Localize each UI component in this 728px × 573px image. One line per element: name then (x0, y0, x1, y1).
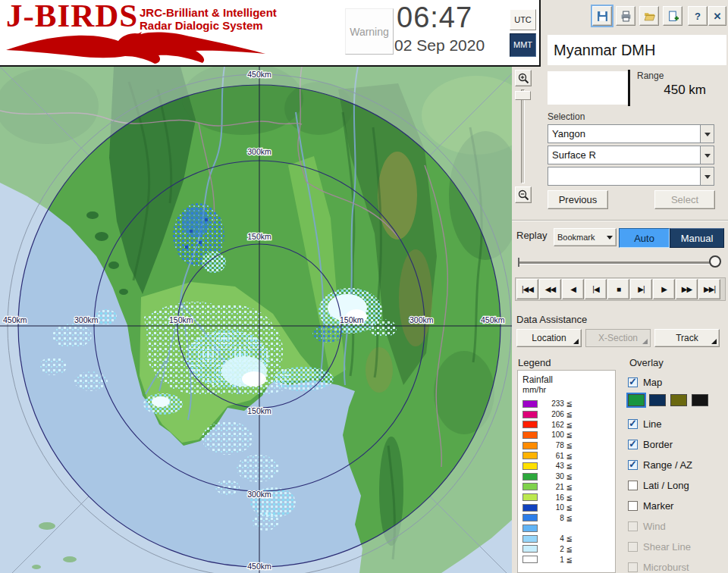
checkbox[interactable] (628, 460, 638, 470)
extra-dropdown[interactable] (548, 167, 714, 186)
ring-label: 150km (340, 315, 364, 324)
legend-row: 2 ≦ (522, 544, 612, 555)
save-button[interactable] (592, 6, 612, 26)
help-icon: ? (695, 11, 701, 22)
ring-label: 450km (481, 315, 505, 324)
step-back-button[interactable]: |◀ (585, 279, 607, 299)
stop-button[interactable]: ■ (607, 279, 629, 299)
play-backward-button[interactable]: ◀ (562, 279, 584, 299)
site-dropdown-value: Yangon (548, 125, 700, 142)
checkbox[interactable] (628, 501, 638, 511)
overlay-item-label: Wind (643, 521, 666, 532)
close-button[interactable]: ✕ (708, 6, 726, 26)
overlay-item-label: Line (643, 418, 662, 430)
overlay-item-microburst[interactable]: Microburst (628, 561, 689, 573)
checkbox[interactable] (628, 481, 638, 490)
map-style-swatch-olive[interactable] (670, 394, 687, 406)
play-forward-button[interactable]: ▶ (653, 279, 675, 299)
map-style-swatch-green[interactable] (628, 394, 645, 406)
x-section-button[interactable]: X-Section (585, 329, 651, 347)
legend-row: 4 ≦ (522, 534, 612, 544)
overlay-item-shear-line[interactable]: Shear Line (628, 540, 691, 553)
zoom-slider[interactable] (521, 89, 525, 183)
replay-slider[interactable] (519, 261, 718, 265)
legend-swatch (522, 462, 538, 470)
replay-slider-thumb[interactable] (709, 255, 721, 268)
clock-time: 06:47 (397, 2, 472, 34)
checkbox[interactable] (628, 542, 638, 552)
warning-button[interactable]: Warning (345, 8, 394, 55)
zoom-out-button[interactable] (515, 186, 532, 203)
legend-row: 61 ≦ (522, 450, 612, 461)
legend-value: 8 ≦ (538, 514, 573, 522)
ring-label: 300km (74, 315, 99, 324)
previous-button[interactable]: Previous (548, 190, 608, 209)
manual-mode-button[interactable]: Manual (670, 228, 724, 248)
chevron-down-icon[interactable] (700, 168, 714, 185)
legend-swatch (522, 442, 538, 449)
legend-swatch (522, 524, 538, 532)
overlay-item-range-az[interactable]: Range / AZ (628, 459, 692, 471)
export-button[interactable] (663, 6, 682, 26)
legend-swatch (522, 411, 538, 418)
track-button[interactable]: Track (654, 329, 720, 347)
map-style-swatch-navy[interactable] (649, 394, 666, 406)
save-icon (597, 11, 608, 22)
chevron-down-icon[interactable] (700, 146, 714, 164)
checkbox[interactable] (628, 521, 638, 531)
legend-swatch (522, 452, 538, 459)
overlay-item-wind[interactable]: Wind (628, 520, 666, 532)
utc-button[interactable]: UTC (510, 9, 536, 30)
overlay-item-border[interactable]: Border (628, 438, 673, 450)
chevron-down-icon[interactable] (700, 125, 714, 142)
overlay-item-map[interactable]: Map (628, 376, 662, 388)
extra-dropdown-value (548, 168, 700, 185)
mmt-button[interactable]: MMT (510, 33, 536, 57)
legend-swatch (522, 431, 538, 439)
zoom-slider-thumb[interactable] (515, 91, 531, 100)
step-forward-button[interactable]: ▶| (630, 279, 652, 299)
ring-label: 450km (247, 562, 271, 571)
range-display-box (548, 71, 628, 105)
zoom-in-button[interactable] (515, 70, 532, 86)
checkbox[interactable] (628, 562, 638, 572)
legend-value: 233 ≦ (538, 399, 573, 408)
open-folder-button[interactable] (639, 6, 659, 26)
help-button[interactable]: ? (688, 6, 708, 26)
rewind-to-start-button[interactable]: |◀◀ (516, 279, 538, 299)
legend-value: 1 ≦ (538, 556, 573, 564)
overlay-item-line[interactable]: Line (628, 418, 662, 430)
ring-label: 300km (247, 147, 271, 156)
bookmark-button[interactable]: Bookmark (554, 228, 617, 246)
checkbox[interactable] (628, 440, 638, 449)
print-button[interactable] (616, 6, 635, 26)
fast-forward-button[interactable]: ▶▶ (676, 279, 698, 299)
range-label: Range (637, 70, 664, 81)
site-dropdown[interactable]: Yangon (548, 124, 714, 143)
ring-label: 300km (410, 315, 434, 324)
auto-mode-button[interactable]: Auto (619, 228, 670, 248)
radar-map-area[interactable]: 450km 300km 150km 150km 300km 450km 450k… (0, 67, 512, 573)
legend-value: 206 ≦ (538, 410, 573, 418)
legend-swatch (522, 514, 538, 521)
location-button[interactable]: Location (516, 329, 582, 347)
overlay-item-marker[interactable]: Marker (628, 499, 673, 512)
fast-rewind-button[interactable]: ◀◀ (539, 279, 561, 299)
selection-label: Selection (548, 111, 585, 122)
forward-to-end-button[interactable]: ▶▶| (698, 279, 720, 299)
overlay-item-lati-long[interactable]: Lati / Long (628, 479, 689, 491)
map-style-swatch-black[interactable] (692, 394, 708, 406)
title-bar: J-BIRDS JRC-Brilliant & Intelligent Rada… (0, 0, 541, 67)
select-button[interactable]: Select (654, 190, 715, 209)
overlay-label: Overlay (629, 357, 664, 368)
radar-map[interactable]: 450km 300km 150km 150km 300km 450km 450k… (0, 67, 512, 573)
legend-swatch (522, 473, 538, 481)
ring-label: 150km (247, 232, 271, 241)
export-icon (667, 11, 679, 22)
legend-row: 8 ≦ (522, 513, 612, 524)
checkbox[interactable] (628, 419, 638, 429)
close-icon: ✕ (714, 11, 722, 22)
product-dropdown[interactable]: Surface R (548, 146, 714, 164)
legend-row: 78 ≦ (522, 440, 612, 451)
checkbox[interactable] (628, 377, 638, 387)
